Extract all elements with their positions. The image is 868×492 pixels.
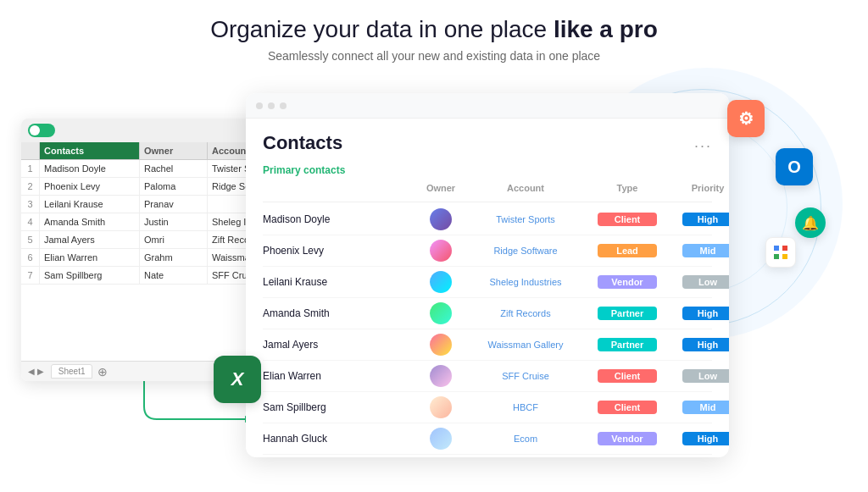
contact-name: Amanda Smith <box>263 307 415 319</box>
contact-type-badge: Client <box>598 401 657 414</box>
contact-type-badge: Client <box>598 369 657 383</box>
contact-avatar <box>430 365 452 387</box>
excel-header-row: Contacts Owner Account <box>21 142 284 160</box>
contact-account[interactable]: Zift Records <box>466 308 585 318</box>
contact-row: Sam Spillberg HBCF Client Mid <box>263 392 712 423</box>
contact-type-cell: Client <box>585 401 670 414</box>
row-contact: Sam Spillberg <box>40 267 140 284</box>
contact-avatar <box>430 334 452 356</box>
sheet-tab[interactable]: Sheet1 <box>51 364 93 379</box>
svg-rect-2 <box>774 246 779 251</box>
th-account: Account <box>466 183 585 198</box>
row-owner: Justin <box>140 213 208 230</box>
contact-type-cell: Vendor <box>585 432 670 445</box>
row-owner: Grahm <box>140 249 208 266</box>
contact-avatar-cell <box>415 208 466 230</box>
contact-avatar-cell <box>415 396 466 418</box>
row-contact: Elian Warren <box>40 249 140 266</box>
row-owner: Nate <box>140 267 208 284</box>
contact-name: Leilani Krause <box>263 276 415 288</box>
page-subtitle: Seamlessly connect all your new and exis… <box>0 49 868 63</box>
excel-spreadsheet: Contacts Owner Account 1 Madison Doyle R… <box>21 119 284 381</box>
th-type: Type <box>585 183 670 198</box>
row-num: 5 <box>21 231 40 248</box>
contact-account[interactable]: HBCF <box>466 402 585 412</box>
contact-type-badge: Partner <box>598 338 657 351</box>
excel-toggle[interactable] <box>28 124 55 137</box>
contact-account[interactable]: Sheleg Industries <box>466 277 585 287</box>
more-options-button[interactable]: ... <box>694 134 712 152</box>
contact-type-cell: Client <box>585 369 670 383</box>
header-section: Organize your data in one place like a p… <box>0 0 868 63</box>
row-contact: Phoenix Levy <box>40 178 140 195</box>
contact-priority-cell: High <box>670 213 729 226</box>
contact-priority-badge: High <box>682 307 729 320</box>
contact-account[interactable]: Twister Sports <box>466 214 585 224</box>
google-grid-icon <box>772 244 789 261</box>
contact-priority-cell: High <box>670 307 729 320</box>
row-num: 3 <box>21 196 40 213</box>
row-owner: Rachel <box>140 160 208 177</box>
contact-avatar <box>430 302 452 324</box>
contact-type-cell: Partner <box>585 307 670 320</box>
excel-toggle-bar <box>21 119 284 142</box>
contact-row: Madison Doyle Twister Sports Client High <box>263 204 712 235</box>
contact-avatar <box>430 240 452 262</box>
contact-type-badge: Client <box>598 213 657 226</box>
contact-priority-cell: High <box>670 338 729 351</box>
contact-avatar-cell <box>415 271 466 293</box>
dot-2 <box>268 102 275 109</box>
contact-account[interactable]: Ecom <box>466 434 585 444</box>
row-num: 6 <box>21 249 40 266</box>
contact-avatar <box>430 396 452 418</box>
excel-col-contacts: Contacts <box>40 142 140 159</box>
contact-avatar <box>430 271 452 293</box>
contact-name: Sam Spillberg <box>263 401 415 413</box>
excel-col-owner: Owner <box>140 142 208 159</box>
contact-row: Hannah Gluck Ecom Vendor High <box>263 423 712 455</box>
contact-priority-badge: High <box>682 432 729 445</box>
th-name <box>263 183 415 198</box>
contact-account[interactable]: Ridge Software <box>466 246 585 256</box>
contact-avatar <box>430 208 452 230</box>
svg-rect-4 <box>774 254 779 259</box>
contact-name: Jamal Ayers <box>263 339 415 351</box>
contact-priority-cell: Low <box>670 275 729 289</box>
contact-row: Leilani Krause Sheleg Industries Vendor … <box>263 267 712 298</box>
page-wrapper: Organize your data in one place like a p… <box>0 0 868 492</box>
contact-priority-badge: High <box>682 338 729 351</box>
google-icon <box>765 237 796 268</box>
contact-priority-badge: High <box>682 213 729 226</box>
excel-row: 5 Jamal Ayers Omri Zift Record <box>21 231 284 249</box>
row-num: 4 <box>21 213 40 230</box>
row-owner: Pranav <box>140 196 208 213</box>
excel-row: 6 Elian Warren Grahm Waissman G <box>21 249 284 267</box>
contact-type-cell: Lead <box>585 244 670 257</box>
contact-name: Elian Warren <box>263 370 415 382</box>
th-priority: Priority <box>670 183 729 198</box>
contact-priority-badge: Low <box>682 369 729 383</box>
row-contact: Madison Doyle <box>40 160 140 177</box>
contact-priority-cell: Low <box>670 369 729 383</box>
contact-type-badge: Vendor <box>598 275 657 289</box>
contact-priority-cell: High <box>670 432 729 445</box>
contact-name: Hannah Gluck <box>263 433 415 445</box>
contacts-title: Contacts <box>263 132 712 154</box>
dot-3 <box>280 102 287 109</box>
contacts-rows: Madison Doyle Twister Sports Client High… <box>263 204 712 457</box>
contact-type-cell: Client <box>585 213 670 226</box>
contact-priority-badge: Low <box>682 275 729 289</box>
contact-avatar-cell <box>415 428 466 450</box>
contact-avatar-cell <box>415 302 466 324</box>
excel-row: 2 Phoenix Levy Paloma Ridge Softw <box>21 178 284 196</box>
contact-avatar-cell <box>415 334 466 356</box>
excel-row: 1 Madison Doyle Rachel Twister Spo <box>21 160 284 178</box>
section-label: Primary contacts <box>263 164 712 176</box>
contact-account[interactable]: SFF Cruise <box>466 371 585 381</box>
outlook-letter: O <box>787 158 801 177</box>
svg-rect-3 <box>782 246 787 251</box>
contact-type-badge: Vendor <box>598 432 657 445</box>
excel-icon-letter: X <box>231 368 244 390</box>
contact-account[interactable]: Waissman Gallery <box>466 340 585 350</box>
dot-1 <box>256 102 263 109</box>
